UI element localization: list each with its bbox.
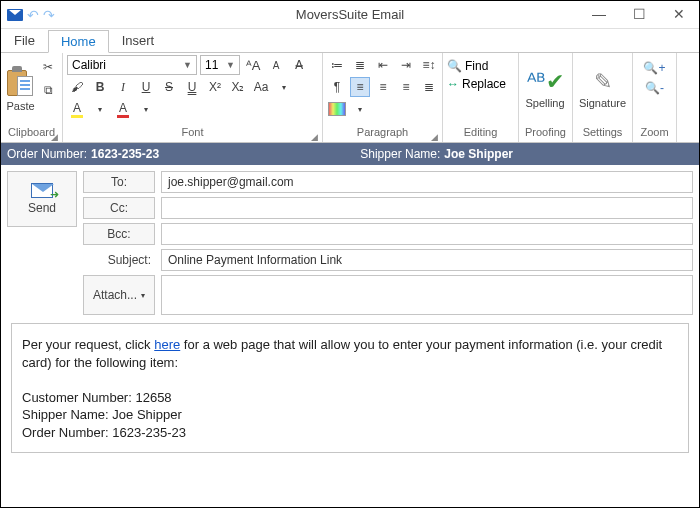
dropdown-icon[interactable]: ▾ <box>350 99 370 119</box>
body-order-value: 1623-235-23 <box>112 425 186 440</box>
maximize-button[interactable]: ☐ <box>619 1 659 27</box>
body-editor[interactable]: Per your request, click here for a web p… <box>11 323 689 453</box>
spelling-icon: ᴬᴮ✔ <box>527 69 564 95</box>
font-color-icon[interactable]: A <box>113 99 133 119</box>
case-dropdown-icon[interactable]: ▾ <box>274 77 294 97</box>
bullets-icon[interactable]: ≔ <box>327 55 347 75</box>
order-number-label: Order Number: <box>7 147 87 161</box>
font-family-select[interactable]: Calibri▼ <box>67 55 197 75</box>
tab-home[interactable]: Home <box>48 30 109 53</box>
numbering-icon[interactable]: ≣ <box>350 55 370 75</box>
subject-label: Subject: <box>83 249 155 271</box>
shading-icon[interactable] <box>327 99 347 119</box>
replace-button[interactable]: ↔Replace <box>447 77 506 91</box>
body-shipper-label: Shipper Name: <box>22 407 109 422</box>
cc-input[interactable] <box>161 197 693 219</box>
cut-icon[interactable]: ✂ <box>38 57 58 77</box>
group-editing-label: Editing <box>447 126 514 142</box>
signature-button[interactable]: ✎ Signature <box>577 55 628 123</box>
font-size-select[interactable]: 11▼ <box>200 55 240 75</box>
payment-link[interactable]: here <box>154 337 180 352</box>
close-button[interactable]: ✕ <box>659 1 699 27</box>
shipper-name-label: Shipper Name: <box>360 147 440 161</box>
menu-tabs: File Home Insert <box>1 29 699 53</box>
ribbon: Paste ✂ ⧉ Clipboard◢ Calibri▼ 11▼ ᴬA A A… <box>1 53 699 143</box>
paragraph-mark-icon[interactable]: ¶ <box>327 77 347 97</box>
paste-button[interactable]: Paste <box>5 55 36 123</box>
group-proofing-label: Proofing <box>523 126 568 142</box>
zoom-in-icon[interactable]: 🔍+ <box>643 61 665 75</box>
cc-button[interactable]: Cc: <box>83 197 155 219</box>
align-left-icon[interactable]: ≡ <box>350 77 370 97</box>
double-underline-button[interactable]: U <box>182 77 202 97</box>
align-right-icon[interactable]: ≡ <box>396 77 416 97</box>
outdent-icon[interactable]: ⇤ <box>373 55 393 75</box>
attach-button[interactable]: Attach...▾ <box>83 275 155 315</box>
bcc-input[interactable] <box>161 223 693 245</box>
format-painter-icon[interactable]: 🖌 <box>67 77 87 97</box>
minimize-button[interactable]: — <box>579 1 619 27</box>
bcc-button[interactable]: Bcc: <box>83 223 155 245</box>
dropdown-icon[interactable]: ▾ <box>90 99 110 119</box>
change-case-button[interactable]: Aa <box>251 77 271 97</box>
indent-icon[interactable]: ⇥ <box>396 55 416 75</box>
to-button[interactable]: To: <box>83 171 155 193</box>
justify-icon[interactable]: ≣ <box>419 77 439 97</box>
spelling-button[interactable]: ᴬᴮ✔ Spelling <box>523 55 567 123</box>
body-order-label: Order Number: <box>22 425 109 440</box>
send-button[interactable]: ➜ Send <box>7 171 77 227</box>
group-settings-label: Settings <box>577 126 628 142</box>
titlebar: ↶ ↷ MoversSuite Email — ☐ ✕ <box>1 1 699 29</box>
copy-icon[interactable]: ⧉ <box>38 80 58 100</box>
strike-button[interactable]: S <box>159 77 179 97</box>
subject-input[interactable]: Online Payment Information Link <box>161 249 693 271</box>
group-clipboard-label: Clipboard◢ <box>5 126 58 142</box>
launcher-icon[interactable]: ◢ <box>51 132 58 142</box>
dropdown-icon[interactable]: ▾ <box>136 99 156 119</box>
body-shipper-value: Joe Shipper <box>112 407 181 422</box>
attach-input[interactable] <box>161 275 693 315</box>
launcher-icon[interactable]: ◢ <box>311 132 318 142</box>
tab-file[interactable]: File <box>1 29 48 52</box>
grow-font-icon[interactable]: ᴬA <box>243 55 263 75</box>
group-font-label: Font◢ <box>67 126 318 142</box>
body-customer-value: 12658 <box>135 390 171 405</box>
find-icon: 🔍 <box>447 59 462 73</box>
underline-button[interactable]: U <box>136 77 156 97</box>
superscript-button[interactable]: X² <box>205 77 225 97</box>
send-icon: ➜ <box>31 183 53 198</box>
group-zoom-label: Zoom <box>637 126 672 142</box>
find-button[interactable]: 🔍Find <box>447 59 488 73</box>
replace-icon: ↔ <box>447 77 459 91</box>
body-text: Per your request, click <box>22 337 154 352</box>
paste-icon <box>7 66 35 98</box>
highlight-color-icon[interactable]: A <box>67 99 87 119</box>
bold-button[interactable]: B <box>90 77 110 97</box>
align-center-icon[interactable]: ≡ <box>373 77 393 97</box>
body-customer-label: Customer Number: <box>22 390 132 405</box>
info-bar: Order Number: 1623-235-23 Shipper Name: … <box>1 143 699 165</box>
compose-area: ➜ Send To: joe.shipper@gmail.com Cc: Bcc… <box>1 165 699 321</box>
tab-insert[interactable]: Insert <box>109 29 168 52</box>
to-input[interactable]: joe.shipper@gmail.com <box>161 171 693 193</box>
group-paragraph-label: Paragraph◢ <box>327 126 438 142</box>
shipper-name-value: Joe Shipper <box>444 147 513 161</box>
signature-icon: ✎ <box>594 69 612 95</box>
order-number-value: 1623-235-23 <box>91 147 159 161</box>
subscript-button[interactable]: X₂ <box>228 77 248 97</box>
shrink-font-icon[interactable]: A <box>266 55 286 75</box>
line-spacing-icon[interactable]: ≡↕ <box>419 55 439 75</box>
italic-button[interactable]: I <box>113 77 133 97</box>
launcher-icon[interactable]: ◢ <box>431 132 438 142</box>
zoom-out-icon[interactable]: 🔍- <box>645 81 664 95</box>
clear-format-icon[interactable]: A̶ <box>289 55 309 75</box>
